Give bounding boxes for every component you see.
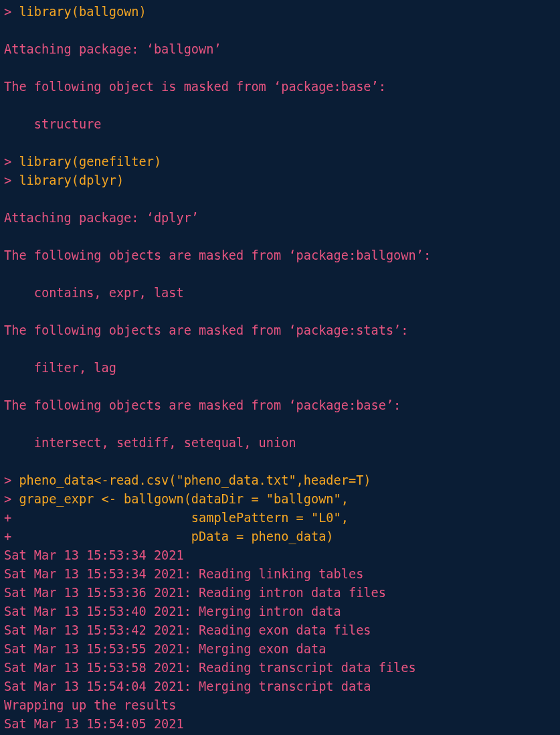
console-log-line: Sat Mar 13 15:53:58 2021: Reading transc… <box>4 661 416 675</box>
console-log-line: Sat Mar 13 15:54:04 2021: Merging transc… <box>4 679 371 693</box>
console-log-line: Sat Mar 13 15:53:36 2021: Reading intron… <box>4 586 386 600</box>
console-prompt: + <box>4 529 19 544</box>
console-message-line: Attaching package: ‘ballgown’ <box>4 42 221 56</box>
console-message-line: contains, expr, last <box>4 286 184 300</box>
console-input-line: pData = pheno_data) <box>19 529 333 544</box>
console-log-line: Sat Mar 13 15:53:42 2021: Reading exon d… <box>4 623 371 637</box>
console-message-line: filter, lag <box>4 361 116 375</box>
console-input-line: library(ballgown) <box>19 5 146 19</box>
console-input-line: library(dplyr) <box>19 173 124 187</box>
console-prompt: > <box>4 155 19 169</box>
console-log-line: Sat Mar 13 15:53:34 2021 <box>4 548 184 562</box>
console-prompt: + <box>4 511 19 525</box>
console-message-line: The following objects are masked from ‘p… <box>4 398 401 412</box>
console-message-line: The following object is masked from ‘pac… <box>4 80 386 94</box>
console-log-line: Sat Mar 13 15:53:55 2021: Merging exon d… <box>4 642 326 656</box>
r-console-output[interactable]: > library(ballgown) Attaching package: ‘… <box>0 0 560 735</box>
console-message-line: Attaching package: ‘dplyr’ <box>4 211 199 225</box>
console-log-line: Sat Mar 13 15:54:05 2021 <box>4 717 184 731</box>
console-log-line: Sat Mar 13 15:53:40 2021: Merging intron… <box>4 604 341 619</box>
console-input-line: library(genefilter) <box>19 155 161 169</box>
console-log-line: Sat Mar 13 15:53:34 2021: Reading linkin… <box>4 567 363 581</box>
console-prompt: > <box>4 492 19 506</box>
console-input-line: samplePattern = "L0", <box>19 511 349 525</box>
console-prompt: > <box>4 473 19 487</box>
console-message-line: The following objects are masked from ‘p… <box>4 323 409 337</box>
console-message-line: structure <box>4 117 102 131</box>
console-log-line: Wrapping up the results <box>4 698 176 712</box>
console-input-line: pheno_data<-read.csv("pheno_data.txt",he… <box>19 473 371 487</box>
console-message-line: The following objects are masked from ‘p… <box>4 248 431 262</box>
console-input-line: grape_expr <- ballgown(dataDir = "ballgo… <box>19 492 349 506</box>
console-message-line: intersect, setdiff, setequal, union <box>4 436 296 450</box>
console-prompt: > <box>4 5 19 19</box>
console-prompt: > <box>4 173 19 187</box>
